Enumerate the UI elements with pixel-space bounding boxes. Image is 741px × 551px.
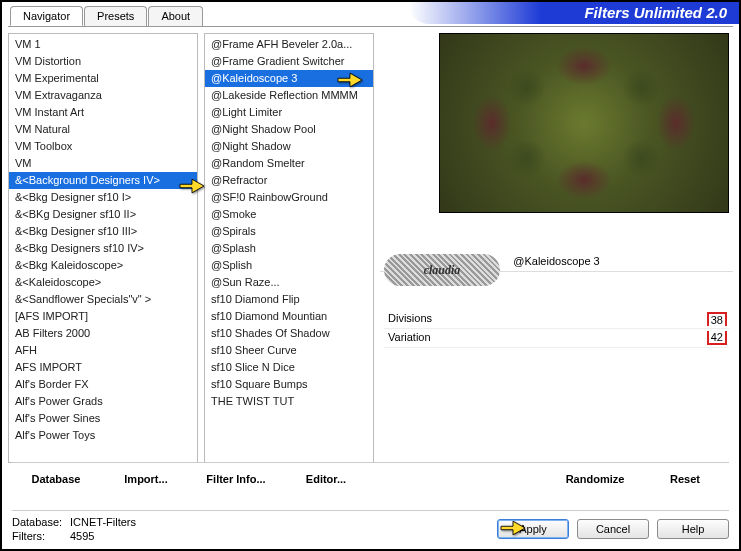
filter-info-button[interactable]: Filter Info... [192,469,280,489]
list-item[interactable]: VM Extravaganza [9,87,197,104]
list-item[interactable]: &<Bkg Designer sf10 I> [9,189,197,206]
watermark-badge: claudia [384,254,500,286]
list-item[interactable]: &<Kaleidoscope> [9,274,197,291]
list-item[interactable]: AFS IMPORT [9,359,197,376]
list-item[interactable]: &<BKg Designer sf10 II> [9,206,197,223]
list-item[interactable]: Alf's Power Grads [9,393,197,410]
status-filters-label: Filters: [12,529,70,543]
list-item[interactable]: Alf's Power Sines [9,410,197,427]
list-item[interactable]: @Splash [205,240,373,257]
cancel-button[interactable]: Cancel [577,519,649,539]
status-db-label: Database: [12,515,70,529]
param-row[interactable]: Variation 42 [384,329,729,348]
list-item[interactable]: sf10 Diamond Flip [205,291,373,308]
tab-strip: Navigator Presets About [10,6,204,26]
list-item[interactable]: sf10 Diamond Mountian [205,308,373,325]
list-item[interactable]: @Night Shadow [205,138,373,155]
middle-button-row: Database Import... Filter Info... Editor… [12,462,729,489]
list-item[interactable]: @Light Limiter [205,104,373,121]
reset-button[interactable]: Reset [641,469,729,489]
list-item[interactable]: AFH [9,342,197,359]
list-item[interactable]: &<Bkg Kaleidoscope> [9,257,197,274]
list-item[interactable]: sf10 Shades Of Shadow [205,325,373,342]
tab-about[interactable]: About [148,6,203,26]
list-item[interactable]: [AFS IMPORT] [9,308,197,325]
param-name: Divisions [388,312,432,326]
category-list[interactable]: VM 1VM DistortionVM ExperimentalVM Extra… [8,33,198,463]
list-item[interactable]: THE TWIST TUT [205,393,373,410]
status-filters-value: 4595 [70,530,94,542]
list-item[interactable]: &<Background Designers IV> [9,172,197,189]
preview-image [439,33,729,213]
list-item[interactable]: @Splish [205,257,373,274]
param-name: Variation [388,331,431,345]
bottom-bar: Database:ICNET-Filters Filters:4595 Appl… [12,510,729,543]
list-item[interactable]: sf10 Slice N Dice [205,359,373,376]
param-value: 38 [707,312,727,326]
list-item[interactable]: @Refractor [205,172,373,189]
param-row[interactable]: Divisions 38 [384,310,729,329]
app-title-banner: Filters Unlimited 2.0 [409,2,739,24]
list-item[interactable]: VM Toolbox [9,138,197,155]
status-text: Database:ICNET-Filters Filters:4595 [12,515,136,543]
list-item[interactable]: VM Instant Art [9,104,197,121]
list-item[interactable]: sf10 Sheer Curve [205,342,373,359]
list-item[interactable]: @Sun Raze... [205,274,373,291]
list-item[interactable]: Alf's Border FX [9,376,197,393]
list-item[interactable]: @Spirals [205,223,373,240]
list-item[interactable]: @Kaleidoscope 3 [205,70,373,87]
import-button[interactable]: Import... [102,469,190,489]
list-item[interactable]: AB Filters 2000 [9,325,197,342]
editor-button[interactable]: Editor... [282,469,370,489]
list-item[interactable]: @Lakeside Reflection MMMM [205,87,373,104]
list-item[interactable]: @Frame AFH Beveler 2.0a... [205,36,373,53]
tab-navigator[interactable]: Navigator [10,6,83,26]
database-button[interactable]: Database [12,469,100,489]
list-item[interactable]: VM Natural [9,121,197,138]
list-item[interactable]: sf10 Square Bumps [205,376,373,393]
status-db-value: ICNET-Filters [70,516,136,528]
param-value: 42 [707,331,727,345]
list-item[interactable]: @Smoke [205,206,373,223]
list-item[interactable]: VM 1 [9,36,197,53]
filter-list[interactable]: @Frame AFH Beveler 2.0a...@Frame Gradien… [204,33,374,463]
list-item[interactable]: @Night Shadow Pool [205,121,373,138]
main-area: VM 1VM DistortionVM ExperimentalVM Extra… [8,26,733,491]
list-item[interactable]: &<Bkg Designer sf10 III> [9,223,197,240]
list-item[interactable]: @Frame Gradient Switcher [205,53,373,70]
help-button[interactable]: Help [657,519,729,539]
randomize-button[interactable]: Randomize [551,469,639,489]
tab-presets[interactable]: Presets [84,6,147,26]
list-item[interactable]: @Random Smelter [205,155,373,172]
parameter-area: Divisions 38 Variation 42 [380,310,733,348]
list-item[interactable]: VM [9,155,197,172]
list-item[interactable]: &<Bkg Designers sf10 IV> [9,240,197,257]
list-item[interactable]: @SF!0 RainbowGround [205,189,373,206]
list-item[interactable]: Alf's Power Toys [9,427,197,444]
list-item[interactable]: VM Experimental [9,70,197,87]
apply-button[interactable]: Apply [497,519,569,539]
list-item[interactable]: VM Distortion [9,53,197,70]
list-item[interactable]: &<Sandflower Specials"v" > [9,291,197,308]
